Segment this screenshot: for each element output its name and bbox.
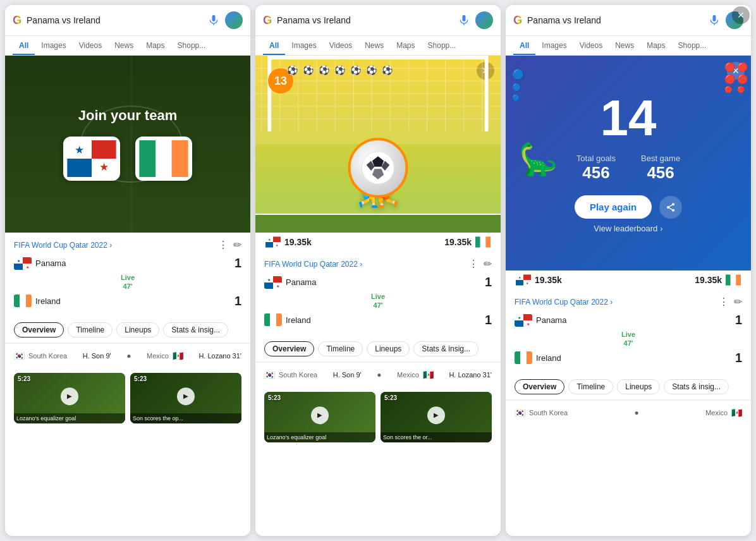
tab-images-2[interactable]: Images xyxy=(285,36,322,55)
goal-row-3: 🇰🇷 South Korea ● Mexico 🇲🇽 xyxy=(515,408,742,418)
svg-rect-12 xyxy=(23,257,32,264)
video-thumb-1-1[interactable]: 5:23 ▶ Lozano's equalizer goal xyxy=(14,373,125,423)
tournament-link-1[interactable]: FIFA World Cup Qatar 2022 › xyxy=(14,241,112,250)
view-leaderboard-link[interactable]: View leaderboard › xyxy=(594,224,662,233)
video-play-2-1[interactable]: ▶ xyxy=(311,406,329,424)
team-row-panama-1: ★ ★ Panama 1 xyxy=(14,256,241,270)
video-play-2-2[interactable]: ▶ xyxy=(427,406,445,424)
search-input-3[interactable]: Panama vs Ireland xyxy=(527,15,703,25)
video-label-1-1: Lozano's equalizer goal xyxy=(14,413,125,423)
tab-images-1[interactable]: Images xyxy=(35,36,72,55)
search-input-2[interactable]: Panama vs Ireland xyxy=(277,15,453,25)
big-soccer-ball[interactable] xyxy=(348,138,408,198)
tab-shopping-3[interactable]: Shopp... xyxy=(672,36,713,55)
tab-videos-2[interactable]: Videos xyxy=(323,36,358,55)
videos-row-1: 5:23 ▶ Lozano's equalizer goal 5:23 ▶ So… xyxy=(5,368,250,429)
pill-timeline-3[interactable]: Timeline xyxy=(568,379,613,394)
edit-icon-2[interactable]: ✏ xyxy=(484,258,492,270)
tournament-link-2[interactable]: FIFA World Cup Qatar 2022 › xyxy=(264,260,362,269)
share-button[interactable] xyxy=(659,196,682,219)
tab-maps-2[interactable]: Maps xyxy=(390,36,421,55)
user-avatar-2[interactable] xyxy=(475,11,493,29)
match-card-1: FIFA World Cup Qatar 2022 › ⋮ ✏ ★ ★ xyxy=(5,233,250,317)
pill-overview-3[interactable]: Overview xyxy=(515,379,564,394)
tab-news-3[interactable]: News xyxy=(609,36,640,55)
panama-flag-sm-svg-1: ★ ★ xyxy=(14,257,32,270)
tab-maps-3[interactable]: Maps xyxy=(640,36,671,55)
video-play-1-2[interactable]: ▶ xyxy=(177,387,195,405)
search-input-1[interactable]: Panama vs Ireland xyxy=(27,15,202,25)
phone-panel-1: G Panama vs Ireland All Images Videos Ne… xyxy=(5,5,250,536)
svg-rect-51 xyxy=(265,242,273,248)
tab-all-3[interactable]: All xyxy=(513,36,535,55)
tab-videos-1[interactable]: Videos xyxy=(73,36,108,55)
nav-tabs-1: All Images Videos News Maps Shopp... xyxy=(5,36,250,56)
tab-images-3[interactable]: Images xyxy=(535,36,573,55)
pill-stats-2[interactable]: Stats & insig... xyxy=(413,341,479,356)
play-again-button[interactable]: Play again xyxy=(575,195,652,219)
tab-videos-3[interactable]: Videos xyxy=(573,36,609,55)
panama-ball-cluster: 🔴 🔴 🔴 🔴 🔴 🔴 xyxy=(724,62,748,93)
mic-icon-2[interactable] xyxy=(458,14,470,27)
mexico-name-2: Mexico xyxy=(397,371,419,379)
edit-icon-3[interactable]: ✏ xyxy=(734,296,742,308)
tab-news-1[interactable]: News xyxy=(108,36,140,55)
video-thumb-1-2[interactable]: 5:23 ▶ Son scores the op... xyxy=(130,373,241,423)
tab-news-2[interactable]: News xyxy=(358,36,390,55)
video-duration-2-1: 5:23 xyxy=(268,394,281,401)
tab-maps-1[interactable]: Maps xyxy=(140,36,171,55)
mexico-name-1: Mexico xyxy=(147,352,169,360)
live-minute-2: 47' xyxy=(264,301,492,310)
panama-score-2: 1 xyxy=(485,275,492,289)
tournament-link-3[interactable]: FIFA World Cup Qatar 2022 › xyxy=(515,298,613,307)
pill-stats-1[interactable]: Stats & insig... xyxy=(163,322,228,337)
pill-timeline-2[interactable]: Timeline xyxy=(318,341,363,356)
video-duration-1-2: 5:23 xyxy=(134,375,147,382)
match-card-3: FIFA World Cup Qatar 2022 › ⋮ ✏ ★ ★ xyxy=(506,289,751,374)
svg-rect-59 xyxy=(273,276,282,283)
user-avatar-1[interactable] xyxy=(225,11,243,29)
best-game-value: 456 xyxy=(641,163,680,183)
edit-icon-1[interactable]: ✏ xyxy=(233,239,241,251)
video-play-1-1[interactable]: ▶ xyxy=(61,387,78,405)
total-goals-value: 456 xyxy=(576,163,616,183)
korea-flag-emoji-1: 🇰🇷 xyxy=(14,351,25,361)
more-options-3[interactable]: ⋮ xyxy=(719,296,729,308)
tab-all-1[interactable]: All xyxy=(13,36,35,55)
ireland-flag-card[interactable] xyxy=(135,137,192,181)
results-overlay: × 🔵 🔵 🔵 🔴 🔴 🔴 🔴 🔴 🔴 14 🦕 Total goals 456 xyxy=(506,56,751,270)
more-options-2[interactable]: ⋮ xyxy=(468,258,479,270)
phone-panel-2: G Panama vs Ireland All Images Videos Ne… xyxy=(255,5,501,536)
more-options-1[interactable]: ⋮ xyxy=(218,239,228,251)
video-thumb-2-1[interactable]: 5:23 ▶ Lozano's equalizer goal xyxy=(264,392,375,442)
svg-text:★: ★ xyxy=(518,316,521,320)
svg-text:★: ★ xyxy=(276,284,279,288)
pill-stats-3[interactable]: Stats & insig... xyxy=(664,379,729,394)
panama-flag-card[interactable]: ★ ★ xyxy=(63,137,120,181)
mexico-flag-emoji-1: 🇲🇽 xyxy=(173,351,183,361)
tab-shopping-2[interactable]: Shopp... xyxy=(422,36,463,55)
pill-timeline-1[interactable]: Timeline xyxy=(68,322,113,337)
pill-overview-2[interactable]: Overview xyxy=(264,341,314,356)
match-header-1: FIFA World Cup Qatar 2022 › ⋮ ✏ xyxy=(14,239,241,251)
mic-icon-3[interactable] xyxy=(708,14,721,27)
korea-flag-emoji-2: 🇰🇷 xyxy=(264,370,275,380)
tab-all-2[interactable]: All xyxy=(263,36,285,55)
pill-overview-1[interactable]: Overview xyxy=(14,322,64,337)
live-badge-3: Live 47' xyxy=(515,330,742,348)
goals-section-2: 🇰🇷 South Korea H. Son 9' ● Mexico 🇲🇽 H. … xyxy=(255,362,501,387)
mic-icon-1[interactable] xyxy=(207,14,220,27)
live-text-1: Live xyxy=(14,273,241,282)
svg-rect-0 xyxy=(212,15,216,21)
pill-lineups-3[interactable]: Lineups xyxy=(617,379,660,394)
korea-scorer-2: H. Son 9' xyxy=(333,371,362,379)
pill-lineups-2[interactable]: Lineups xyxy=(367,341,410,356)
share-icon xyxy=(666,202,676,212)
tab-shopping-1[interactable]: Shopp... xyxy=(171,36,212,55)
video-thumb-2-2[interactable]: 5:23 ▶ Son scores the or... xyxy=(381,392,492,442)
pill-lineups-1[interactable]: Lineups xyxy=(116,322,159,337)
svg-rect-19 xyxy=(26,295,32,307)
svg-rect-90 xyxy=(520,351,527,364)
videos-row-2: 5:23 ▶ Lozano's equalizer goal 5:23 ▶ So… xyxy=(255,387,501,447)
big-game-score: 14 xyxy=(601,93,657,143)
